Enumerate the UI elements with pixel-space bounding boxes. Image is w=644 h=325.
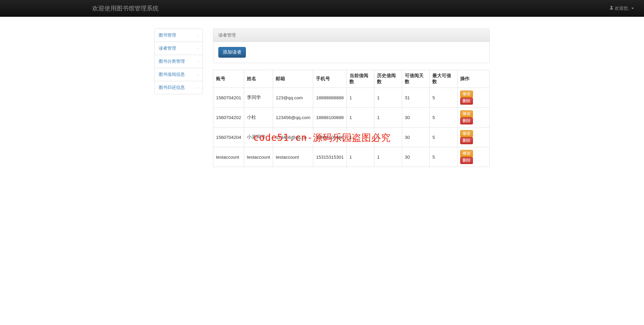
edit-button[interactable]: 修改 — [460, 130, 473, 137]
table-header-row: 账号 姓名 邮箱 手机号 当前借阅数 历史借阅数 可借阅天数 最大可借数 操作 — [213, 70, 490, 88]
cell-account: 1560704202 — [213, 108, 244, 127]
sidebar-item-label: 图书分类管理 — [159, 58, 185, 64]
cell-phone: 18888888888 — [313, 88, 347, 108]
cell-email: 123@qq.com — [273, 88, 313, 108]
th-email: 邮箱 — [273, 70, 313, 88]
cell-name: testaccount — [244, 147, 273, 167]
sidebar-item-label: 图书归还信息 — [159, 85, 185, 91]
table-row: 1560704201李同学123@qq.com1888888888811315修… — [213, 88, 490, 108]
navbar: 欢迎使用图书馆管理系统 欢迎您, — [0, 0, 644, 17]
cell-days: 30 — [402, 147, 430, 167]
caret-down-icon — [631, 8, 634, 9]
cell-email: 123456@qq.com — [273, 108, 313, 127]
cell-phone: 15315315301 — [313, 147, 347, 167]
cell-account: testaccount — [213, 147, 244, 167]
chevron-right-icon: › — [197, 72, 199, 76]
table-row: 1560704202小杜123456@qq.com188881008881130… — [213, 108, 490, 127]
cell-days: 31 — [402, 88, 430, 108]
delete-button[interactable]: 删除 — [460, 157, 473, 164]
table-row: 1560704204小吴同学123456@qq.co18888100666113… — [213, 127, 490, 147]
panel-body: 添加读者 — [213, 42, 489, 63]
th-current: 当前借阅数 — [346, 70, 374, 88]
delete-button[interactable]: 删除 — [460, 117, 473, 124]
cell-history: 1 — [374, 127, 402, 147]
cell-actions: 修改 删除 — [457, 127, 489, 147]
th-phone: 手机号 — [313, 70, 347, 88]
cell-name: 李同学 — [244, 88, 273, 108]
main-content: 读者管理 添加读者 账号 姓名 邮箱 手机号 当前借阅数 历史借阅数 可借阅天数… — [213, 29, 490, 167]
cell-max: 5 — [430, 88, 457, 108]
edit-button[interactable]: 修改 — [460, 150, 473, 157]
cell-phone: 18888100888 — [313, 108, 347, 127]
sidebar-item-readers[interactable]: 读者管理 › — [155, 42, 203, 55]
cell-history: 1 — [374, 88, 402, 108]
delete-button[interactable]: 删除 — [460, 137, 473, 144]
sidebar-item-label: 读者管理 — [159, 45, 176, 51]
chevron-right-icon: › — [197, 59, 199, 63]
cell-actions: 修改 删除 — [457, 147, 489, 167]
chevron-right-icon: › — [197, 46, 199, 50]
th-history: 历史借阅数 — [374, 70, 402, 88]
cell-account: 1560704201 — [213, 88, 244, 108]
navbar-brand: 欢迎使用图书馆管理系统 — [7, 4, 159, 12]
add-reader-button[interactable]: 添加读者 — [218, 47, 246, 58]
main-container: 图书管理 › 读者管理 › 图书分类管理 › 图书借阅信息 › 图书归还信息 ›… — [151, 29, 493, 167]
cell-phone: 18888100666 — [313, 127, 347, 147]
cell-current: 1 — [346, 108, 374, 127]
cell-history: 1 — [374, 108, 402, 127]
cell-actions: 修改 删除 — [457, 108, 489, 127]
th-account: 账号 — [213, 70, 244, 88]
edit-button[interactable]: 修改 — [460, 110, 473, 117]
cell-name: 小吴同学 — [244, 127, 273, 147]
th-max: 最大可借数 — [430, 70, 457, 88]
sidebar-item-return[interactable]: 图书归还信息 › — [155, 81, 203, 94]
th-name: 姓名 — [244, 70, 273, 88]
table-row: testaccounttestaccounttestaccount1531531… — [213, 147, 490, 167]
cell-actions: 修改 删除 — [457, 88, 489, 108]
sidebar-item-label: 图书借阅信息 — [159, 71, 185, 77]
cell-max: 5 — [430, 127, 457, 147]
cell-email: 123456@qq.co — [273, 127, 313, 147]
cell-days: 30 — [402, 108, 430, 127]
panel-title: 读者管理 — [213, 29, 489, 42]
cell-max: 5 — [430, 147, 457, 167]
th-actions: 操作 — [457, 70, 489, 88]
cell-current: 1 — [346, 127, 374, 147]
th-days: 可借阅天数 — [402, 70, 430, 88]
panel: 读者管理 添加读者 — [213, 29, 490, 63]
user-menu[interactable]: 欢迎您, — [609, 5, 634, 11]
user-icon — [609, 6, 613, 11]
sidebar: 图书管理 › 读者管理 › 图书分类管理 › 图书借阅信息 › 图书归还信息 › — [154, 29, 203, 167]
sidebar-item-categories[interactable]: 图书分类管理 › — [155, 55, 203, 68]
cell-max: 5 — [430, 108, 457, 127]
cell-days: 30 — [402, 127, 430, 147]
sidebar-item-borrow[interactable]: 图书借阅信息 › — [155, 68, 203, 81]
cell-account: 1560704204 — [213, 127, 244, 147]
cell-history: 1 — [374, 147, 402, 167]
edit-button[interactable]: 修改 — [460, 91, 473, 98]
sidebar-item-books[interactable]: 图书管理 › — [155, 29, 203, 42]
sidebar-item-label: 图书管理 — [159, 32, 176, 38]
chevron-right-icon: › — [197, 33, 199, 37]
chevron-right-icon: › — [197, 86, 199, 90]
cell-name: 小杜 — [244, 108, 273, 127]
cell-email: testaccount — [273, 147, 313, 167]
sidebar-list: 图书管理 › 读者管理 › 图书分类管理 › 图书借阅信息 › 图书归还信息 › — [154, 29, 203, 94]
delete-button[interactable]: 删除 — [460, 98, 473, 105]
cell-current: 1 — [346, 88, 374, 108]
welcome-text: 欢迎您, — [615, 5, 629, 11]
readers-table: 账号 姓名 邮箱 手机号 当前借阅数 历史借阅数 可借阅天数 最大可借数 操作 … — [213, 70, 490, 167]
cell-current: 1 — [346, 147, 374, 167]
